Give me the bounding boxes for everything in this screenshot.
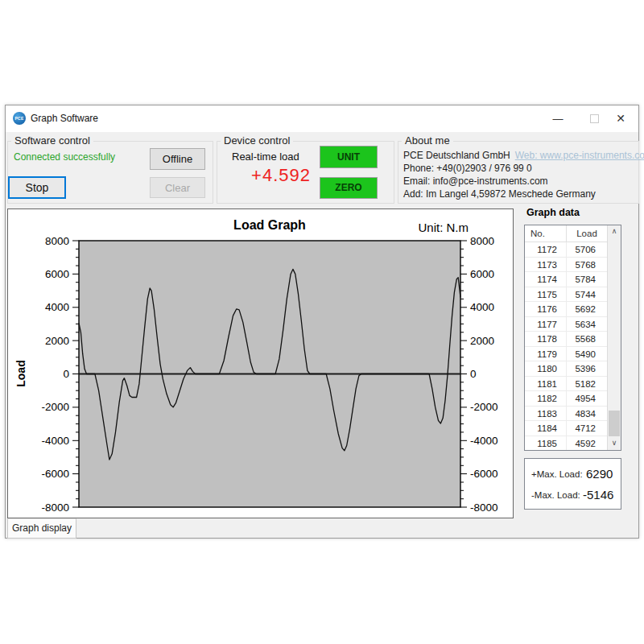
- connection-status: Connected successfully: [14, 151, 115, 163]
- graph-data-title: Graph data: [526, 207, 580, 218]
- scroll-down-icon[interactable]: ∨: [608, 437, 621, 450]
- cell-load: 5634: [567, 317, 607, 332]
- svg-text:6000: 6000: [470, 268, 494, 280]
- table-row[interactable]: 11735768: [525, 258, 607, 273]
- device-control-title: Device control: [221, 134, 293, 147]
- cell-no: 1181: [525, 377, 567, 391]
- clear-button[interactable]: Clear: [150, 177, 205, 198]
- svg-text:-2000: -2000: [41, 401, 69, 413]
- cell-load: 5396: [567, 361, 607, 376]
- cell-load: 5744: [567, 287, 607, 302]
- svg-text:8000: 8000: [470, 235, 494, 247]
- table-row[interactable]: 11785568: [525, 332, 607, 347]
- cell-no: 1172: [525, 242, 567, 257]
- max-neg-value: -5146: [583, 488, 613, 502]
- svg-text:-8000: -8000: [470, 502, 498, 514]
- svg-text:2000: 2000: [470, 335, 494, 347]
- cell-no: 1178: [525, 332, 567, 346]
- window-title: Graph Software: [31, 113, 98, 124]
- cell-load: 4592: [567, 436, 607, 451]
- about-company-line: PCE Deutschland GmbHWeb: www.pce-instrum…: [403, 150, 644, 161]
- table-row[interactable]: 11834834: [525, 407, 607, 422]
- scroll-up-icon[interactable]: ∧: [608, 225, 621, 238]
- web-link[interactable]: Web: www.pce-instruments.com: [515, 150, 644, 161]
- svg-text:-6000: -6000: [41, 468, 69, 480]
- offline-button[interactable]: Offline: [150, 148, 205, 170]
- graph-data-rows: 1172570611735768117457841175574411765692…: [525, 242, 607, 450]
- svg-text:8000: 8000: [45, 235, 69, 247]
- minimize-icon[interactable]: —: [542, 105, 574, 132]
- chart-panel: Load Graph Unit: N.m Load -8000-8000-600…: [7, 208, 514, 518]
- table-row[interactable]: 11755744: [525, 287, 607, 303]
- about-email: Email: info@pce-instruments.com: [403, 175, 548, 187]
- column-header-no: No.: [525, 225, 567, 242]
- table-row[interactable]: 11824954: [525, 391, 607, 407]
- table-row[interactable]: 11795490: [525, 347, 607, 362]
- table-row[interactable]: 11805396: [525, 361, 607, 377]
- svg-text:4000: 4000: [470, 301, 494, 313]
- zero-button[interactable]: ZERO: [320, 177, 378, 199]
- table-row[interactable]: 11765692: [525, 302, 607, 317]
- cell-no: 1180: [525, 361, 567, 376]
- stop-button[interactable]: Stop: [8, 176, 66, 199]
- max-pos-value: 6290: [586, 467, 613, 481]
- graph-data-table: No. Load 1172570611735768117457841175574…: [524, 225, 621, 451]
- cell-no: 1177: [525, 317, 567, 332]
- cell-no: 1179: [525, 347, 567, 361]
- cell-no: 1185: [525, 436, 567, 451]
- about-address: Add: Im Langel 4,59872 Meschede Germany: [403, 188, 596, 200]
- svg-text:-2000: -2000: [470, 401, 498, 413]
- close-icon[interactable]: ✕: [605, 105, 637, 132]
- svg-text:6000: 6000: [45, 268, 69, 280]
- cell-load: 5692: [567, 302, 607, 316]
- tab-graph-display[interactable]: Graph display: [7, 518, 76, 539]
- svg-text:4000: 4000: [45, 301, 69, 313]
- cell-load: 4834: [567, 407, 607, 421]
- table-scrollbar[interactable]: ∧ ∨: [607, 225, 621, 450]
- cell-load: 5490: [567, 347, 607, 361]
- column-header-load: Load: [567, 225, 607, 242]
- load-graph-svg: -8000-8000-6000-6000-4000-4000-2000-2000…: [8, 209, 514, 519]
- cell-load: 5784: [567, 272, 607, 287]
- max-load-box: +Max. Load: 6290 -Max. Load: -5146: [524, 458, 621, 510]
- app-window: PCE Graph Software — ✕ Software control …: [5, 105, 639, 539]
- company-name: PCE Deutschland GmbH: [403, 150, 510, 161]
- cell-no: 1182: [525, 391, 567, 406]
- table-row[interactable]: 11745784: [525, 272, 607, 287]
- app-logo-icon: PCE: [13, 112, 26, 125]
- cell-load: 5706: [567, 242, 607, 257]
- table-row[interactable]: 11844712: [525, 421, 607, 436]
- svg-text:0: 0: [63, 368, 69, 380]
- svg-text:0: 0: [470, 368, 477, 380]
- cell-no: 1183: [525, 407, 567, 421]
- title-bar: PCE Graph Software — ✕: [6, 105, 638, 132]
- svg-text:-8000: -8000: [41, 502, 69, 514]
- cell-no: 1184: [525, 421, 567, 436]
- scrollbar-thumb[interactable]: [609, 411, 620, 436]
- cell-no: 1173: [525, 258, 567, 272]
- svg-text:2000: 2000: [45, 335, 69, 347]
- cell-no: 1175: [525, 287, 567, 302]
- table-row[interactable]: 11815182: [525, 377, 607, 392]
- cell-load: 5568: [567, 332, 607, 346]
- about-title: About me: [402, 134, 453, 147]
- cell-no: 1174: [525, 272, 567, 287]
- table-row[interactable]: 11775634: [525, 317, 607, 332]
- screenshot-background: PCE Graph Software — ✕ Software control …: [0, 0, 644, 644]
- cell-no: 1176: [525, 302, 567, 316]
- maximize-icon[interactable]: [590, 114, 599, 123]
- svg-text:-4000: -4000: [41, 435, 69, 447]
- unit-button[interactable]: UNIT: [320, 146, 378, 168]
- max-neg-label: -Max. Load:: [531, 490, 580, 500]
- realtime-load-value: +4.592: [233, 165, 329, 186]
- table-row[interactable]: 11854592: [525, 436, 607, 451]
- about-phone: Phone: +49(0)2903 / 976 99 0: [403, 163, 532, 174]
- svg-text:-6000: -6000: [470, 468, 498, 480]
- cell-load: 4954: [567, 391, 607, 406]
- realtime-load-label: Real-time load: [232, 151, 328, 163]
- table-row[interactable]: 11725706: [525, 242, 607, 258]
- cell-load: 5768: [567, 258, 607, 272]
- max-pos-label: +Max. Load:: [531, 469, 583, 479]
- table-header: No. Load: [525, 225, 607, 242]
- cell-load: 4712: [567, 421, 607, 436]
